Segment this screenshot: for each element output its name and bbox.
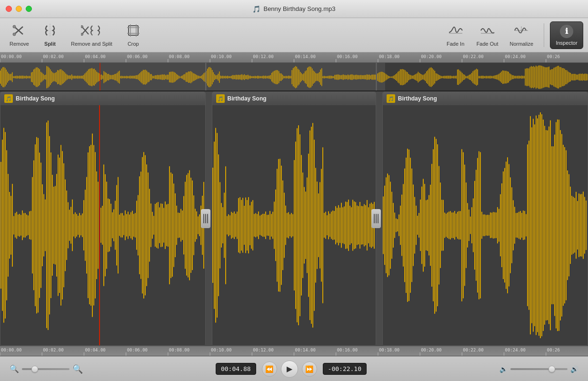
svg-text:00:12.00: 00:12.00 bbox=[253, 54, 273, 59]
volume-high-icon: 🔊 bbox=[570, 365, 578, 373]
crop-button[interactable]: Crop bbox=[119, 21, 148, 50]
svg-text:00:24.00: 00:24.00 bbox=[505, 348, 526, 352]
svg-point-7 bbox=[81, 25, 83, 28]
fade-out-button[interactable]: Fade Out bbox=[472, 21, 503, 50]
normalize-button[interactable]: Normalize bbox=[505, 21, 538, 50]
svg-text:00:08.00: 00:08.00 bbox=[169, 54, 189, 59]
volume-slider-thumb[interactable] bbox=[548, 366, 555, 372]
split-icon bbox=[43, 24, 57, 39]
clip-1-waveform bbox=[0, 105, 205, 345]
remove-button[interactable]: Remove bbox=[5, 21, 34, 50]
clip-1-header: 🎵 Birthday Song bbox=[0, 92, 205, 105]
remove-label: Remove bbox=[10, 41, 29, 47]
svg-text:00:22.00: 00:22.00 bbox=[463, 54, 483, 59]
play-button[interactable]: ▶ bbox=[281, 361, 298, 378]
volume-control: 🔈 🔊 bbox=[499, 365, 578, 373]
clip-1-canvas bbox=[0, 105, 205, 345]
svg-point-3 bbox=[13, 33, 16, 36]
svg-text:00:20.00: 00:20.00 bbox=[421, 54, 441, 59]
svg-text:00:02.00: 00:02.00 bbox=[43, 54, 63, 59]
scissors-icon bbox=[12, 24, 26, 39]
toolbar-right: Fade In Fade Out Normalize bbox=[441, 21, 583, 50]
fade-in-label: Fade In bbox=[447, 41, 464, 47]
svg-rect-9 bbox=[129, 26, 138, 35]
zoom-slider-thumb[interactable] bbox=[31, 366, 38, 372]
svg-text:00:08.00: 00:08.00 bbox=[169, 348, 189, 352]
normalize-label: Normalize bbox=[509, 41, 533, 47]
clip-2-waveform bbox=[212, 105, 376, 345]
split-handle-lines-2 bbox=[374, 214, 379, 223]
zoom-slider-track bbox=[22, 368, 70, 370]
inspector-label: Inspector bbox=[556, 40, 577, 46]
current-time-display: 00:04.88 bbox=[216, 363, 256, 375]
toolbar: Remove Split Remove and Split bbox=[0, 18, 588, 52]
svg-text:00:06.00: 00:06.00 bbox=[127, 54, 148, 59]
split-line-1 bbox=[203, 214, 204, 223]
svg-point-2 bbox=[13, 25, 16, 28]
remove-split-label: Remove and Split bbox=[71, 41, 112, 47]
toolbar-divider bbox=[544, 23, 544, 47]
split-label: Split bbox=[44, 41, 56, 47]
svg-text:00:10.00: 00:10.00 bbox=[211, 54, 231, 59]
traffic-lights bbox=[6, 6, 32, 12]
overview-waveform bbox=[0, 63, 588, 91]
svg-text:00:24.00: 00:24.00 bbox=[505, 54, 526, 59]
volume-low-icon: 🔈 bbox=[499, 365, 508, 373]
fade-in-button[interactable]: Fade In bbox=[441, 21, 470, 50]
clip-1-icon: 🎵 bbox=[4, 94, 13, 103]
rewind-button[interactable]: ⏪ bbox=[262, 361, 277, 377]
svg-text:00:12.00: 00:12.00 bbox=[253, 348, 273, 352]
svg-text:00:00.00: 00:00.00 bbox=[1, 54, 21, 59]
split-handle-2[interactable] bbox=[371, 209, 381, 228]
inspector-button[interactable]: ℹ Inspector bbox=[550, 21, 583, 49]
split-handle-lines-1 bbox=[203, 214, 208, 223]
minimize-button[interactable] bbox=[16, 6, 22, 12]
split-line-5 bbox=[376, 214, 377, 223]
fade-out-label: Fade Out bbox=[477, 41, 498, 47]
clip-1-title: Birthday Song bbox=[16, 95, 55, 102]
bottom-ruler: 00:00.0000:02.0000:04.0000:06.0000:08.00… bbox=[0, 346, 588, 356]
top-ruler: 00:00.0000:02.0000:04.0000:06.0000:08.00… bbox=[0, 52, 588, 63]
svg-text:00:00.00: 00:00.00 bbox=[1, 348, 21, 352]
clip-2[interactable]: 🎵 Birthday Song bbox=[212, 91, 377, 346]
clip-2-header: 🎵 Birthday Song bbox=[212, 92, 376, 105]
bottom-controls: 🔍 🔍 00:04.88 ⏪ ▶ ⏩ -00:22.10 🔈 🔊 bbox=[0, 356, 588, 381]
titlebar: 🎵 Benny Birthday Song.mp3 bbox=[0, 0, 588, 18]
split-line-3 bbox=[207, 214, 208, 223]
clip-2-icon: 🎵 bbox=[216, 94, 225, 103]
svg-text:00:16.00: 00:16.00 bbox=[337, 54, 358, 59]
close-button[interactable] bbox=[6, 6, 12, 12]
svg-text:00:22.00: 00:22.00 bbox=[463, 348, 483, 352]
clip-3-waveform bbox=[383, 105, 588, 345]
fast-forward-button[interactable]: ⏩ bbox=[302, 361, 317, 377]
svg-text:00:02.00: 00:02.00 bbox=[43, 348, 63, 352]
inspector-icon: ℹ bbox=[560, 25, 573, 38]
clip-3[interactable]: 🎵 Birthday Song bbox=[382, 91, 588, 346]
zoom-in-icon[interactable]: 🔍 bbox=[72, 364, 83, 374]
clip-1[interactable]: 🎵 Birthday Song bbox=[0, 91, 206, 346]
svg-text:00:06.00: 00:06.00 bbox=[127, 348, 148, 352]
remove-split-icon bbox=[81, 24, 102, 39]
clip-3-canvas bbox=[383, 105, 588, 345]
svg-text:00:04.00: 00:04.00 bbox=[85, 54, 105, 59]
clip-2-title: Birthday Song bbox=[228, 95, 267, 102]
zoom-control: 🔍 🔍 bbox=[10, 364, 83, 374]
split-handle-1[interactable] bbox=[201, 209, 210, 228]
svg-text:00:14.00: 00:14.00 bbox=[295, 54, 316, 59]
remaining-time-display: -00:22.10 bbox=[323, 363, 367, 375]
remove-and-split-button[interactable]: Remove and Split bbox=[66, 21, 117, 50]
zoom-out-icon[interactable]: 🔍 bbox=[10, 364, 19, 373]
clip-3-title: Birthday Song bbox=[398, 95, 437, 102]
split-line-6 bbox=[378, 214, 379, 223]
maximize-button[interactable] bbox=[26, 6, 32, 12]
split-button[interactable]: Split bbox=[36, 21, 64, 50]
playback-controls: ⏪ ▶ ⏩ bbox=[262, 361, 317, 378]
clip-2-canvas bbox=[212, 105, 376, 345]
svg-point-8 bbox=[81, 33, 83, 35]
svg-text:00:16.00: 00:16.00 bbox=[337, 348, 358, 352]
svg-text:00:18.00: 00:18.00 bbox=[379, 348, 399, 352]
timeline-area[interactable]: 🎵 Birthday Song 🎵 Birthday Song bbox=[0, 91, 588, 346]
clip-3-header: 🎵 Birthday Song bbox=[383, 92, 588, 105]
playhead bbox=[99, 105, 100, 345]
overview-strip[interactable] bbox=[0, 63, 588, 91]
